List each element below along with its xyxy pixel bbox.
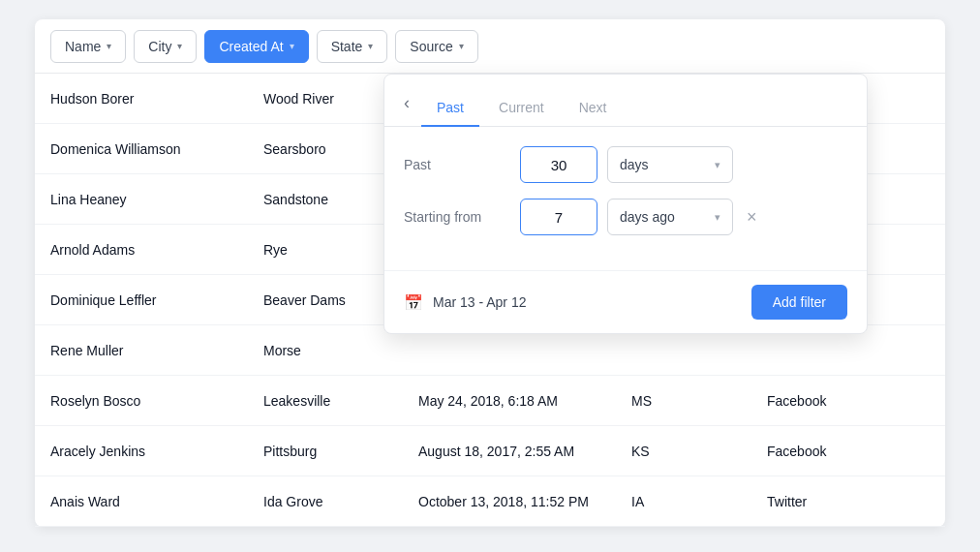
starting-from-label: Starting from	[404, 209, 510, 225]
filter-source-label: Source	[410, 39, 452, 54]
filter-city[interactable]: City ▾	[134, 30, 197, 63]
filter-state[interactable]: State ▾	[317, 30, 388, 63]
table-row: Anais Ward Ida Grove October 13, 2018, 1…	[35, 476, 945, 527]
add-filter-button[interactable]: Add filter	[751, 285, 847, 320]
table-row: Aracely Jenkins Pittsburg August 18, 201…	[35, 426, 945, 476]
filter-row: Name ▾ City ▾ Created At ▾ State ▾ Sourc…	[35, 19, 945, 74]
past-form-row: Past days ▾	[404, 146, 847, 183]
date-filter-popup: ‹ Past Current Next Past days ▾	[383, 74, 868, 334]
cell-source	[767, 337, 922, 364]
cell-name: Aracely Jenkins	[50, 430, 263, 473]
past-unit-select[interactable]: days ▾	[607, 146, 733, 183]
cell-city: Leakesville	[263, 380, 418, 422]
chevron-down-icon: ▾	[107, 41, 111, 51]
filter-created-at[interactable]: Created At ▾	[204, 30, 308, 63]
cell-city: Morse	[263, 329, 418, 372]
chevron-down-icon: ▾	[715, 159, 720, 171]
past-unit-label: days	[620, 157, 649, 172]
cell-city: Pittsburg	[263, 430, 418, 473]
cell-created-at: October 13, 2018, 11:52 PM	[418, 480, 631, 523]
cell-created-at	[418, 337, 631, 364]
popup-tab-bar: ‹ Past Current Next	[384, 75, 867, 127]
clear-starting-from-button[interactable]: ×	[743, 208, 761, 226]
cell-name: Rene Muller	[50, 329, 263, 372]
cell-source: Facebook	[767, 380, 922, 422]
cell-name: Roselyn Bosco	[50, 380, 263, 422]
cell-state: MS	[631, 380, 767, 422]
filter-state-label: State	[331, 39, 363, 54]
cell-name: Anais Ward	[50, 480, 263, 523]
chevron-down-icon: ▾	[715, 211, 720, 224]
tab-past[interactable]: Past	[421, 90, 479, 127]
cell-city: Ida Grove	[263, 480, 418, 523]
chevron-down-icon: ▾	[177, 41, 182, 51]
past-value-input[interactable]	[520, 146, 597, 183]
cell-name: Dominique Leffler	[50, 279, 263, 322]
tab-current[interactable]: Current	[483, 90, 560, 127]
popup-body: Past days ▾ Starting from days ago ▾ ×	[384, 127, 867, 270]
chevron-down-icon: ▾	[290, 41, 294, 51]
cell-source: Twitter	[767, 480, 922, 523]
cell-created-at: May 24, 2018, 6:18 AM	[418, 380, 631, 422]
cell-name: Lina Heaney	[50, 178, 263, 221]
cell-name: Hudson Borer	[50, 77, 263, 120]
back-button[interactable]: ‹	[404, 94, 417, 123]
cell-source: Facebook	[767, 430, 922, 473]
filter-name[interactable]: Name ▾	[50, 30, 126, 63]
filter-name-label: Name	[65, 39, 101, 54]
date-range-text: Mar 13 - Apr 12	[433, 294, 742, 310]
popup-footer: 📅 Mar 13 - Apr 12 Add filter	[384, 270, 867, 333]
cell-state	[631, 337, 767, 364]
cell-state: IA	[631, 480, 767, 523]
cell-name: Domenica Williamson	[50, 128, 263, 170]
filter-source[interactable]: Source ▾	[395, 30, 477, 63]
cell-state: KS	[631, 430, 767, 473]
filter-city-label: City	[148, 39, 171, 54]
calendar-icon: 📅	[404, 293, 423, 312]
starting-from-unit-select[interactable]: days ago ▾	[607, 199, 733, 235]
cell-created-at: August 18, 2017, 2:55 AM	[418, 430, 631, 473]
past-label: Past	[404, 157, 510, 172]
table-row: Roselyn Bosco Leakesville May 24, 2018, …	[35, 376, 945, 426]
cell-name: Arnold Adams	[50, 229, 263, 271]
tab-next[interactable]: Next	[564, 90, 623, 127]
starting-from-value-input[interactable]	[520, 199, 597, 235]
starting-from-unit-label: days ago	[620, 209, 675, 225]
starting-from-form-row: Starting from days ago ▾ ×	[404, 199, 847, 235]
filter-created-at-label: Created At	[219, 39, 283, 54]
chevron-down-icon: ▾	[459, 41, 464, 51]
chevron-down-icon: ▾	[368, 41, 373, 51]
